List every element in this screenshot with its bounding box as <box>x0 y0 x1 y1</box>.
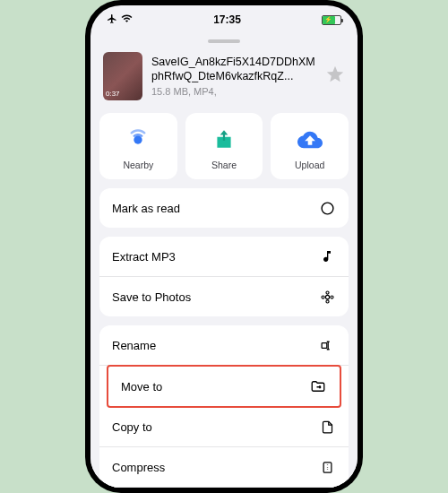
save-to-photos-item[interactable]: Save to Photos <box>99 277 349 316</box>
music-note-icon <box>318 247 336 265</box>
rename-item[interactable]: Rename <box>99 325 349 366</box>
rename-icon <box>318 336 336 354</box>
extract-mp3-item[interactable]: Extract MP3 <box>99 237 349 277</box>
upload-label: Upload <box>295 160 324 170</box>
list-group-2: Extract MP3 Save to Photos <box>99 237 349 316</box>
svg-point-3 <box>325 290 328 293</box>
compress-icon <box>318 458 336 476</box>
share-button[interactable]: Share <box>185 113 263 179</box>
mark-as-read-item[interactable]: Mark as read <box>99 188 349 228</box>
svg-point-4 <box>325 299 328 302</box>
item-label: Copy to <box>112 420 152 434</box>
svg-point-0 <box>134 135 142 143</box>
video-duration: 0:37 <box>106 90 120 98</box>
quick-actions: Nearby Share Upload <box>90 113 358 188</box>
battery-icon: ⚡ <box>322 15 341 25</box>
status-bar: 17:35 ⚡ <box>90 5 358 30</box>
item-label: Save to Photos <box>112 290 191 304</box>
file-name: SaveIG_An8kzFi5X14D7DDhXMphRfwQ_DteM6vka… <box>151 56 316 83</box>
move-to-item[interactable]: Move to <box>107 365 341 408</box>
share-icon <box>210 125 238 154</box>
action-sheet: 0:37 SaveIG_An8kzFi5X14D7DDhXMphRfwQ_Dte… <box>90 30 358 488</box>
item-label: Compress <box>112 461 165 474</box>
status-time: 17:35 <box>213 13 241 26</box>
nearby-icon <box>124 125 152 154</box>
copy-to-item[interactable]: Copy to <box>99 407 349 447</box>
airplane-icon <box>107 13 117 27</box>
video-thumbnail: 0:37 <box>103 52 142 100</box>
item-label: Move to <box>121 380 162 394</box>
item-label: Mark as read <box>112 202 180 215</box>
list-group-1: Mark as read <box>99 188 349 228</box>
svg-point-1 <box>322 203 333 214</box>
photos-icon <box>318 288 336 306</box>
svg-point-2 <box>325 295 329 298</box>
file-header: 0:37 SaveIG_An8kzFi5X14D7DDhXMphRfwQ_Dte… <box>90 52 358 113</box>
upload-button[interactable]: Upload <box>271 113 349 179</box>
item-label: Extract MP3 <box>112 250 176 264</box>
file-meta: 15.8 MB, MP4, <box>151 86 316 97</box>
document-icon <box>318 418 336 436</box>
folder-arrow-icon <box>309 377 327 395</box>
circle-icon <box>318 199 336 217</box>
svg-rect-7 <box>322 342 327 348</box>
nearby-label: Nearby <box>123 160 153 170</box>
sheet-handle[interactable] <box>208 39 240 43</box>
nearby-button[interactable]: Nearby <box>99 113 177 179</box>
status-left <box>107 13 133 27</box>
share-label: Share <box>211 160 237 170</box>
item-label: Rename <box>112 339 156 352</box>
upload-icon <box>296 125 324 154</box>
compress-item[interactable]: Compress <box>99 447 349 488</box>
status-right: ⚡ <box>322 15 341 25</box>
wifi-icon <box>121 13 133 27</box>
star-icon[interactable] <box>325 65 345 89</box>
list-group-3: Rename Move to Copy to <box>99 325 349 488</box>
svg-point-5 <box>321 295 323 298</box>
svg-point-6 <box>330 295 332 298</box>
